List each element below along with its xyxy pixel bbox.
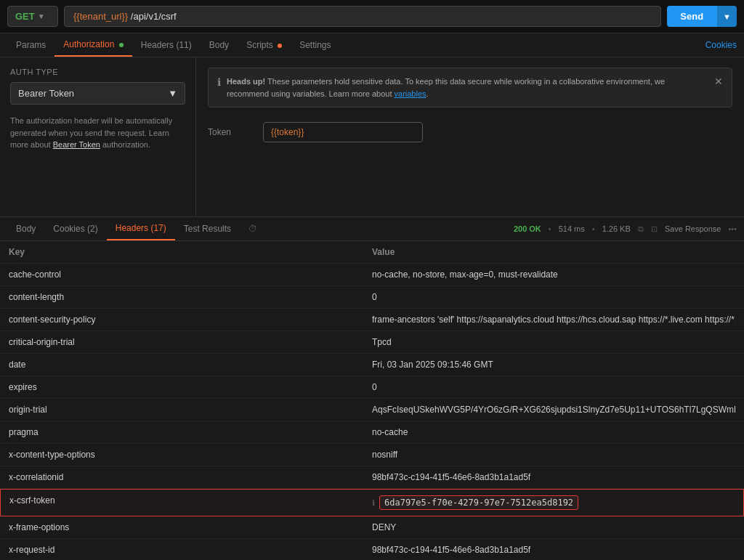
table-row: x-correlationid98bf473c-c194-41f5-46e6-8… xyxy=(0,466,744,489)
send-btn-group: Send ▼ xyxy=(667,6,737,27)
header-key: cache-control xyxy=(9,269,372,280)
resp-tab-test-results[interactable]: Test Results xyxy=(175,218,240,240)
header-key: content-length xyxy=(9,292,372,302)
chevron-down-icon: ▼ xyxy=(38,12,45,20)
header-value: no-cache, no-store, max-age=0, must-reva… xyxy=(372,269,735,280)
info-banner-text: Heads up! These parameters hold sensitiv… xyxy=(227,76,708,100)
header-key: pragma xyxy=(9,427,372,437)
col-key: Key xyxy=(9,247,372,257)
response-section: Body Cookies (2) Headers (17) Test Resul… xyxy=(0,217,744,560)
table-row: content-security-policyframe-ancestors '… xyxy=(0,309,744,331)
variables-link[interactable]: variables xyxy=(395,89,426,98)
status-ok-badge: 200 OK xyxy=(514,224,541,233)
close-icon[interactable]: ✕ xyxy=(714,76,723,87)
auth-type-label: Auth Type xyxy=(10,68,185,76)
auth-left-panel: Auth Type Bearer Token ▼ The authorizati… xyxy=(0,57,196,216)
table-row: cache-controlno-cache, no-store, max-age… xyxy=(0,264,744,286)
save-response-button[interactable]: Save Response xyxy=(665,224,721,233)
auth-type-value: Bearer Token xyxy=(18,88,74,99)
header-value: 0 xyxy=(372,292,735,302)
info-icon: ℹ xyxy=(372,498,375,508)
header-value-highlighted: 6da797e5-f70e-4279-97e7-7512ea5d8192 xyxy=(379,495,578,510)
header-value: Tpcd xyxy=(372,337,735,347)
download-icon[interactable]: ⊡ xyxy=(651,224,658,234)
col-value: Value xyxy=(372,247,735,257)
header-value: 0 xyxy=(372,382,735,392)
table-row: content-length0 xyxy=(0,286,744,309)
resp-tab-cookies[interactable]: Cookies (2) xyxy=(44,218,106,240)
table-row: critical-origin-trialTpcd xyxy=(0,331,744,354)
resp-tab-body[interactable]: Body xyxy=(7,218,44,240)
table-row: x-content-type-optionsnosniff xyxy=(0,444,744,466)
tab-settings[interactable]: Settings xyxy=(291,34,339,56)
table-row: x-request-id98bf473c-c194-41f5-46e6-8ad3… xyxy=(0,539,744,560)
response-size: 1.26 KB xyxy=(602,224,631,233)
header-value: frame-ancestors 'self' https://sapanalyt… xyxy=(372,315,735,325)
cookies-link[interactable]: Cookies xyxy=(705,40,737,50)
auth-description: The authorization header will be automat… xyxy=(10,115,185,151)
authorization-dot xyxy=(119,43,124,47)
headers-rows: cache-controlno-cache, no-store, max-age… xyxy=(0,264,744,560)
info-icon: ℹ xyxy=(217,76,221,88)
header-value: no-cache xyxy=(372,427,735,437)
table-row: pragmano-cache xyxy=(0,421,744,444)
chevron-down-icon: ▼ xyxy=(168,88,177,99)
tab-headers[interactable]: Headers (11) xyxy=(132,34,201,56)
method-label: GET xyxy=(15,11,35,22)
header-value: DENY xyxy=(372,522,735,532)
response-status-bar: 200 OK • 514 ms • 1.26 KB ⧉ ⊡ Save Respo… xyxy=(514,224,737,234)
header-value: 98bf473c-c194-41f5-46e6-8ad3b1a1ad5f xyxy=(372,545,735,555)
headers-table: Key Value cache-controlno-cache, no-stor… xyxy=(0,241,744,560)
scripts-dot xyxy=(278,44,282,48)
table-row: expires0 xyxy=(0,376,744,399)
response-tabs-bar: Body Cookies (2) Headers (17) Test Resul… xyxy=(0,217,744,241)
token-input[interactable] xyxy=(263,122,423,142)
table-row: x-frame-optionsDENY xyxy=(0,516,744,539)
tab-scripts[interactable]: Scripts xyxy=(238,34,291,56)
send-button[interactable]: Send xyxy=(667,6,716,27)
bearer-token-link[interactable]: Bearer Token xyxy=(53,140,100,149)
auth-section: Auth Type Bearer Token ▼ The authorizati… xyxy=(0,57,744,217)
auth-right-panel: ℹ Heads up! These parameters hold sensit… xyxy=(196,57,744,216)
history-icon[interactable]: ⏱ xyxy=(240,218,266,240)
url-path-part: /api/v1/csrf xyxy=(131,11,177,22)
header-key: x-correlationid xyxy=(9,472,372,482)
tab-params[interactable]: Params xyxy=(7,34,54,56)
more-options-icon[interactable]: ••• xyxy=(728,224,737,233)
header-key: x-csrf-token xyxy=(9,495,372,510)
auth-type-dropdown[interactable]: Bearer Token ▼ xyxy=(10,82,185,105)
method-select[interactable]: GET ▼ xyxy=(7,6,58,27)
table-row: origin-trialAqsFcIseqUSkehWVG5P/4YrO6zG/… xyxy=(0,399,744,421)
tab-body[interactable]: Body xyxy=(201,34,238,56)
header-key: x-request-id xyxy=(9,545,372,555)
copy-icon[interactable]: ⧉ xyxy=(638,224,644,234)
tab-authorization[interactable]: Authorization xyxy=(54,33,132,57)
header-key: critical-origin-trial xyxy=(9,337,372,347)
table-header: Key Value xyxy=(0,241,744,264)
info-banner: ℹ Heads up! These parameters hold sensit… xyxy=(208,68,732,107)
response-time: 514 ms xyxy=(559,224,585,233)
table-row: dateFri, 03 Jan 2025 09:15:46 GMT xyxy=(0,354,744,376)
send-dropdown-button[interactable]: ▼ xyxy=(716,6,737,27)
header-key: origin-trial xyxy=(9,405,372,415)
url-bar: GET ▼ {{tenant_url}} /api/v1/csrf Send ▼ xyxy=(0,0,744,33)
header-value: ℹ6da797e5-f70e-4279-97e7-7512ea5d8192 xyxy=(372,495,735,510)
token-row: Token xyxy=(208,122,732,142)
resp-tab-headers[interactable]: Headers (17) xyxy=(107,217,175,240)
url-var-part: {{tenant_url}} xyxy=(73,11,128,22)
header-key: x-content-type-options xyxy=(9,450,372,460)
table-row: x-csrf-tokenℹ6da797e5-f70e-4279-97e7-751… xyxy=(0,489,744,516)
url-display[interactable]: {{tenant_url}} /api/v1/csrf xyxy=(64,6,661,27)
header-key: date xyxy=(9,360,372,370)
header-value: AqsFcIseqUSkehWVG5P/4YrO6zG/R+XG626sjupd… xyxy=(372,405,735,415)
header-key: x-frame-options xyxy=(9,522,372,532)
token-label: Token xyxy=(208,127,251,137)
header-value: Fri, 03 Jan 2025 09:15:46 GMT xyxy=(372,360,735,370)
request-tabs: Params Authorization Headers (11) Body S… xyxy=(0,33,744,57)
header-value: 98bf473c-c194-41f5-46e6-8ad3b1a1ad5f xyxy=(372,472,735,482)
header-value: nosniff xyxy=(372,450,735,460)
header-key: content-security-policy xyxy=(9,315,372,325)
header-key: expires xyxy=(9,382,372,392)
